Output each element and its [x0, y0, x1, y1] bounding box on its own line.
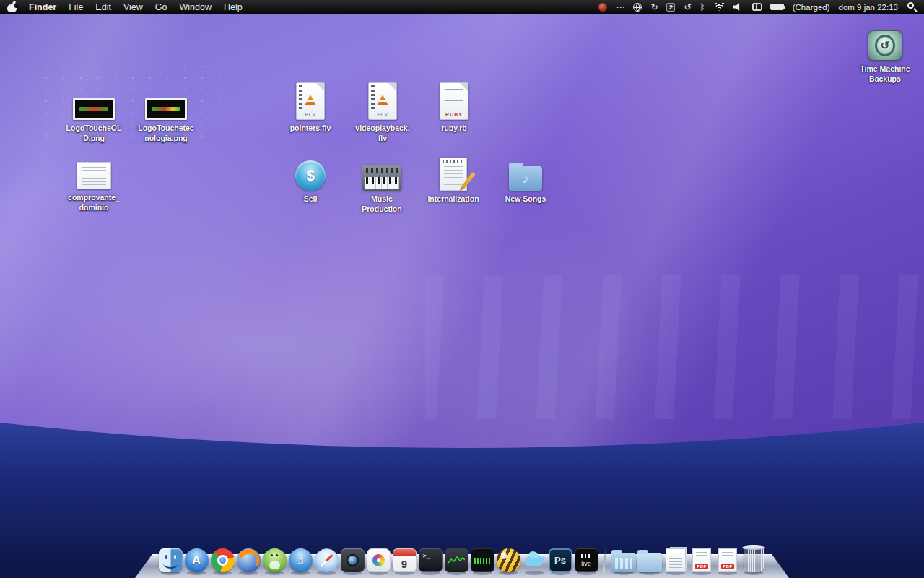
- waveform-icon: [471, 548, 494, 572]
- dock-item-stack-folder-1[interactable]: [611, 542, 636, 572]
- menu-view[interactable]: View: [123, 2, 143, 12]
- folder-stack-icon: [611, 553, 636, 572]
- icon-label: Time Machine Backups: [850, 64, 920, 84]
- twitter-bird-icon: [523, 548, 546, 572]
- dock-item-firefox[interactable]: [236, 542, 261, 572]
- calendar-icon: 9: [393, 548, 417, 572]
- menu-bar: Finder File Edit View Go Window Help ⋯ ↻…: [0, 0, 924, 14]
- volume-icon[interactable]: [733, 3, 744, 12]
- paper-stack-icon: [666, 548, 686, 572]
- dock-item-pdf-1[interactable]: PDF: [689, 542, 714, 572]
- photo-booth-icon: [341, 548, 365, 572]
- app-menu-finder[interactable]: Finder: [29, 2, 56, 12]
- desktop-icon-logotouche-old[interactable]: LogoToucheOL D.png: [59, 78, 128, 143]
- music-folder-icon: ♪: [509, 166, 542, 191]
- menu-bar-clock[interactable]: dom 9 jan 22:13: [839, 3, 898, 12]
- menu-help[interactable]: Help: [224, 2, 243, 12]
- keyboard-viewer-icon[interactable]: [752, 3, 762, 11]
- ableton-live-icon: live: [575, 548, 598, 572]
- terminal-icon: >_: [419, 548, 443, 572]
- icon-label: New Songs: [491, 194, 560, 204]
- icon-label: LogoToucheOL D.png: [59, 124, 128, 143]
- dock-item-twitter[interactable]: [522, 542, 546, 572]
- image-thumbnail-icon: [73, 98, 115, 120]
- desktop-icon-logotouche-tecnologia[interactable]: LogoTouchetec nologia.png: [131, 78, 201, 143]
- dock-item-audio-app[interactable]: [470, 542, 494, 572]
- red-app-status-icon[interactable]: [598, 3, 607, 12]
- desktop-icon-videoplayback-flv[interactable]: FLV videoplayback. flv: [348, 78, 417, 143]
- ruby-file-icon: RUBY: [440, 82, 468, 120]
- icon-label: ruby.rb: [419, 124, 489, 134]
- menu-edit[interactable]: Edit: [95, 2, 111, 12]
- dock-item-ical[interactable]: 9: [392, 542, 417, 572]
- iphoto-icon: [367, 548, 391, 572]
- desktop-icon-internalization[interactable]: Internalization: [419, 149, 488, 204]
- wifi-icon[interactable]: [714, 3, 725, 11]
- dock-item-iphoto[interactable]: [366, 542, 391, 572]
- music-note-glyph: ♪: [523, 172, 529, 185]
- menu-file[interactable]: File: [69, 2, 83, 12]
- dock-item-chrome[interactable]: [210, 542, 235, 572]
- desktop-icon-music-production[interactable]: Music Production: [347, 149, 417, 214]
- battery-icon[interactable]: [770, 4, 784, 10]
- menu-go[interactable]: Go: [155, 2, 167, 12]
- dock-item-activity-monitor[interactable]: [444, 542, 468, 572]
- globe-status-icon[interactable]: [633, 3, 642, 12]
- desktop-icon-pointers-flv[interactable]: FLV pointers.flv: [276, 78, 345, 134]
- battery-status-text[interactable]: (Charged): [793, 3, 830, 12]
- dock-item-bee-app[interactable]: [496, 542, 520, 572]
- dock-item-itunes[interactable]: ♫: [288, 542, 313, 572]
- photoshop-icon: Ps: [549, 548, 572, 572]
- dock-item-adium[interactable]: [262, 542, 287, 572]
- desktop-icon-new-songs[interactable]: ♪ New Songs: [491, 149, 560, 204]
- pencil-icon: [461, 172, 476, 189]
- dock-item-app-store[interactable]: A: [184, 542, 209, 572]
- dock-item-finder[interactable]: [158, 542, 183, 572]
- dock-item-document-stack[interactable]: [663, 542, 688, 572]
- folder-stack-icon: [637, 553, 662, 572]
- desktop-icon-time-machine-backups[interactable]: ↺ Time Machine Backups: [850, 19, 920, 84]
- app-store-icon: A: [185, 548, 209, 572]
- bee-icon: [497, 548, 520, 572]
- dock-item-photoshop[interactable]: Ps: [548, 542, 572, 572]
- icon-label: LogoTouchetec nologia.png: [131, 124, 201, 143]
- icon-label: videoplayback. flv: [348, 124, 417, 143]
- dock-item-trash[interactable]: [741, 542, 766, 572]
- safari-compass-icon: [315, 548, 339, 572]
- parallels-status-icon[interactable]: 2: [666, 3, 675, 12]
- icon-label: pointers.flv: [276, 124, 345, 134]
- dock-item-ableton-live[interactable]: live: [574, 542, 598, 572]
- sync-status-icon[interactable]: ↻: [650, 3, 658, 12]
- desktop-wallpaper: Finder File Edit View Go Window Help ⋯ ↻…: [0, 0, 924, 578]
- flv-file-icon: FLV: [296, 82, 325, 120]
- bluetooth-icon[interactable]: ᛒ: [700, 3, 705, 12]
- pdf-document-icon: PDF: [718, 548, 737, 572]
- dock-item-pdf-2[interactable]: PDF: [715, 542, 740, 572]
- time-machine-disk-icon: ↺: [868, 30, 902, 61]
- spotlight-icon[interactable]: [907, 2, 917, 12]
- dock-item-terminal[interactable]: >_: [418, 542, 443, 572]
- dock-separator: [603, 545, 606, 572]
- ruby-badge: RUBY: [440, 112, 468, 117]
- apple-menu-icon[interactable]: [7, 1, 17, 12]
- dots-status-icon[interactable]: ⋯: [616, 3, 624, 12]
- icon-label: Internalization: [419, 194, 488, 204]
- desktop-icon-sell[interactable]: $ Sell: [276, 149, 345, 204]
- adium-duck-icon: [263, 548, 287, 572]
- dock-item-safari[interactable]: [314, 542, 339, 572]
- desktop-icon-ruby-rb[interactable]: RUBY ruby.rb: [419, 78, 489, 134]
- time-machine-status-icon[interactable]: ↺: [684, 3, 691, 12]
- dock-item-photo-booth[interactable]: [340, 542, 365, 572]
- pdf-document-icon: PDF: [692, 548, 711, 572]
- chrome-icon: [211, 548, 235, 572]
- dock-item-stack-folder-2[interactable]: [637, 542, 662, 572]
- menu-window[interactable]: Window: [179, 2, 211, 12]
- desktop-icon-comprovante-dominio[interactable]: comprovante_ dominio: [59, 147, 128, 212]
- icon-label: Sell: [276, 194, 345, 204]
- dollar-glyph: $: [306, 167, 315, 184]
- icon-label: comprovante_ dominio: [59, 193, 128, 212]
- document-icon: [77, 162, 111, 189]
- finder-icon: [159, 548, 183, 572]
- midi-keyboard-icon: [362, 165, 401, 191]
- itunes-icon: ♫: [289, 548, 313, 572]
